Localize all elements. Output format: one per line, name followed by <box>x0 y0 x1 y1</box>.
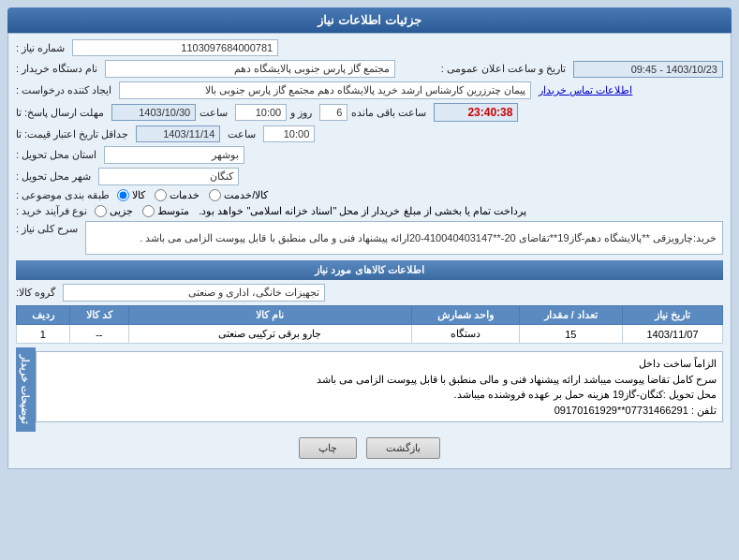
cell-kod: -- <box>69 325 128 344</box>
kala-table: تاریخ نیاز تعداد / مقدار واحد شمارش نام … <box>16 305 723 344</box>
radio-tekmiili-label: پرداخت تمام یا بخشی از مبلغ خریدار از مح… <box>199 205 526 217</box>
col-vahed: واحد شمارش <box>411 306 519 325</box>
baghimande-label: ساعت باقی مانده <box>351 107 430 119</box>
sarh-field: خرید:چارویزقی **پالایشگاه دهم-گاز19**تقا… <box>85 221 723 255</box>
group-kala-label: گروه کالا: <box>16 287 59 299</box>
tarikh-label: تاریخ و ساعت اعلان عمومی : <box>441 63 569 75</box>
cell-radif: 1 <box>17 325 70 344</box>
ostan-label: استان محل تحویل : <box>16 149 100 161</box>
rooz-field: 6 <box>319 104 347 121</box>
notes-line: الزاماً ساخت داخل <box>42 356 717 372</box>
radio-motavasset: متوسط <box>142 205 189 217</box>
col-tarikh: تاریخ نیاز <box>623 306 723 325</box>
jadval-date-field: 1403/11/14 <box>136 125 220 142</box>
radio-khadamat-input[interactable] <box>155 189 167 201</box>
notes-line: تلفن : 07731466291**09170161929 <box>42 403 717 419</box>
page-title: جزئیات اطلاعات نیاز <box>7 7 732 33</box>
shomare-niaz-label: شماره نیاز : <box>16 42 68 54</box>
jadval-label: جداقل تاریخ اعتبار قیمت: تا <box>16 128 132 140</box>
radio-kala-khadamat-label: کالا/خدمت <box>224 189 268 201</box>
button-row: بازگشت چاپ <box>16 437 723 459</box>
radio-tekmiili: پرداخت تمام یا بخشی از مبلغ خریدار از مح… <box>199 205 526 217</box>
cell-tarikh: 1403/11/07 <box>623 325 723 344</box>
shomare-niaz-field: 1103097684000781 <box>72 39 278 56</box>
col-tedad: تعداد / مقدار <box>519 306 622 325</box>
radio-kala-khadamat: کالا/خدمت <box>209 189 268 201</box>
notes-section: الزاماً ساخت داخلسرح کامل تقاضا پیوست می… <box>16 347 723 432</box>
rooz-label: روز و <box>290 107 316 119</box>
jadval-saat-label: ساعت <box>228 128 259 140</box>
cell-name: جارو برقی ترکیبی صنعتی <box>128 325 411 344</box>
radio-khadamat: خدمات <box>155 189 200 201</box>
table-row: 1403/11/07 15 دستگاه جارو برقی ترکیبی صن… <box>17 325 723 344</box>
radio-motavasset-label: متوسط <box>157 205 189 217</box>
ijad-konande-field: پیمان چترزرین کارشناس ارشد خرید پالایشگا… <box>119 81 531 99</box>
farayand-label: نوع فرآیند خرید : <box>16 205 91 217</box>
radio-khadamat-label: خدمات <box>170 189 200 201</box>
cell-vahed: دستگاه <box>411 325 519 344</box>
jadval-saat-field: 10:00 <box>263 125 315 142</box>
tarikh-field: 1403/10/23 - 09:45 <box>573 61 723 78</box>
tabaqe-group: کالا/خدمت خدمات کالا <box>117 189 268 201</box>
saat-label: ساعت <box>200 107 231 119</box>
farayand-group: پرداخت تمام یا بخشی از مبلغ خریدار از مح… <box>95 205 526 217</box>
chap-button[interactable]: چاپ <box>299 437 357 459</box>
sarh-label: سرح کلی نیاز : <box>16 221 81 235</box>
ijad-konande-label: ایجاد کننده درخواست : <box>16 84 115 96</box>
radio-jadid: جزیی <box>95 205 133 217</box>
radio-motavasset-input[interactable] <box>142 205 155 217</box>
mohlat-date-field: 1403/10/30 <box>111 104 196 121</box>
radio-jadid-label: جزیی <box>110 205 133 217</box>
mohlat-label: مهلت ارسال پاسخ: تا <box>16 107 108 119</box>
col-name: نام کالا <box>128 306 411 325</box>
radio-kala-label: کالا <box>132 189 145 201</box>
ostan-field: بوشهر <box>104 146 244 164</box>
radio-jadid-input[interactable] <box>95 205 107 217</box>
name-kharidar-field: مجتمع گاز پارس جنوبی پالایشگاه دهم <box>105 60 395 78</box>
shahr-label: شهر محل تحویل : <box>16 170 95 183</box>
countdown-field: 23:40:38 <box>434 103 518 122</box>
contact-link[interactable]: اطلاعات تماس خریدار <box>539 84 632 96</box>
radio-kala-input[interactable] <box>117 189 129 201</box>
saat-field: 10:00 <box>235 104 287 121</box>
notes-content: الزاماً ساخت داخلسرح کامل تقاضا پیوست می… <box>36 351 723 422</box>
col-radif: ردیف <box>17 306 70 325</box>
group-kala-field: تجهیزات خانگی، اداری و صنعتی <box>63 284 325 302</box>
tabaqe-label: طبقه بندی موضوعی : <box>16 189 113 201</box>
notes-label: توضیحات خریدار <box>16 347 36 432</box>
col-kod: کد کالا <box>69 306 128 325</box>
kala-section-header: اطلاعات کالاهای مورد نیاز <box>16 260 723 280</box>
bazgasht-button[interactable]: بازگشت <box>366 437 440 459</box>
shahr-field: کنگان <box>98 168 239 185</box>
notes-line: سرح کامل تقاضا پیوست میباشد ارائه پیشنها… <box>42 372 717 388</box>
name-kharidar-label: نام دستگاه خریدار : <box>16 63 101 75</box>
radio-kala: کالا <box>117 189 145 201</box>
radio-kala-khadamat-input[interactable] <box>209 189 221 201</box>
notes-line: محل تحویل :کنگان-گاز19 هزینه حمل بر عهده… <box>42 387 717 403</box>
cell-tedad: 15 <box>519 325 622 344</box>
